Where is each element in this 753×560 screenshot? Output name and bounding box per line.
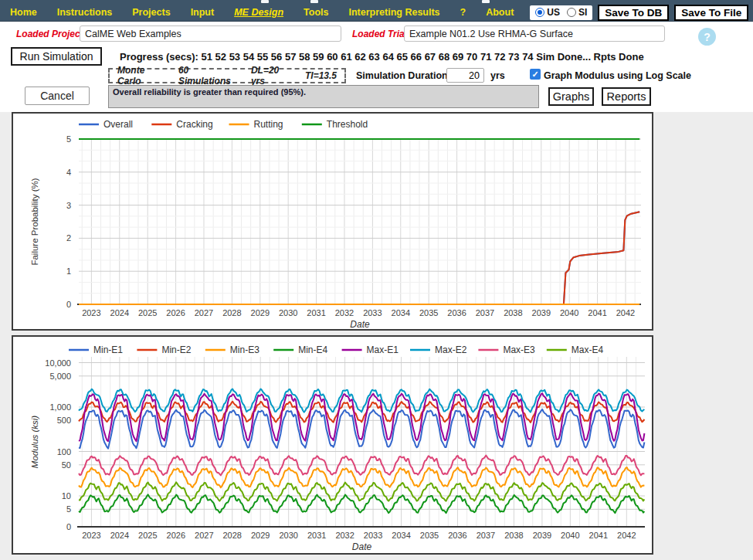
- svg-text:Max-E1: Max-E1: [367, 344, 399, 355]
- svg-text:10: 10: [62, 491, 71, 501]
- svg-text:2023: 2023: [82, 308, 100, 317]
- svg-text:Min-E4: Min-E4: [298, 344, 327, 355]
- svg-text:500: 500: [57, 416, 71, 425]
- svg-text:2035: 2035: [419, 308, 438, 317]
- nav-instructions[interactable]: Instructions: [47, 7, 123, 18]
- svg-text:2029: 2029: [251, 531, 270, 540]
- nav-projects[interactable]: Projects: [122, 7, 180, 18]
- graphs-button[interactable]: Graphs: [548, 87, 594, 106]
- simulation-duration-units: yrs: [490, 70, 505, 81]
- svg-text:0: 0: [66, 300, 71, 309]
- svg-text:Max-E3: Max-E3: [503, 344, 535, 355]
- simulation-duration-label: Simulation Duration: [356, 70, 448, 81]
- svg-text:2026: 2026: [167, 531, 185, 540]
- mc-mode: Monte Carlo: [117, 65, 158, 87]
- nav-about[interactable]: About: [476, 7, 524, 18]
- svg-text:2041: 2041: [588, 308, 606, 317]
- svg-text:Cracking: Cracking: [176, 119, 212, 130]
- svg-text:2031: 2031: [307, 308, 325, 317]
- nav-help[interactable]: ?: [450, 7, 477, 18]
- svg-text:2024: 2024: [110, 308, 129, 317]
- svg-text:2042: 2042: [617, 531, 636, 540]
- loaded-project-input[interactable]: [80, 25, 341, 42]
- radio-us-dot[interactable]: [535, 8, 544, 17]
- nav-tools[interactable]: Tools: [293, 7, 338, 18]
- svg-text:2028: 2028: [222, 308, 241, 317]
- radio-si-dot[interactable]: [567, 8, 576, 17]
- svg-text:2042: 2042: [616, 308, 635, 317]
- svg-text:2041: 2041: [589, 531, 608, 540]
- nav-home[interactable]: Home: [0, 7, 47, 18]
- svg-text:Rutting: Rutting: [254, 119, 283, 130]
- svg-text:50: 50: [62, 460, 71, 470]
- svg-text:2027: 2027: [195, 308, 213, 317]
- loaded-trial-input[interactable]: [404, 25, 665, 42]
- main-navbar: Home Instructions Projects Input ME Desi…: [0, 4, 753, 22]
- radio-si[interactable]: SI: [567, 7, 587, 18]
- svg-text:5,000: 5,000: [49, 372, 71, 381]
- svg-text:2030: 2030: [279, 531, 297, 540]
- svg-text:Min-E2: Min-E2: [161, 344, 191, 355]
- svg-text:2032: 2032: [335, 531, 354, 540]
- svg-text:Failure Probability (%): Failure Probability (%): [30, 178, 39, 265]
- svg-text:4: 4: [66, 168, 71, 177]
- svg-text:2025: 2025: [138, 308, 157, 317]
- svg-text:10,000: 10,000: [45, 358, 71, 368]
- svg-text:2032: 2032: [335, 308, 354, 317]
- svg-text:Overall: Overall: [103, 119, 133, 130]
- units-toggle: US SI: [530, 5, 592, 20]
- run-simulation-button[interactable]: Run Simulation: [11, 47, 102, 66]
- reliability-status-box: Overall reliability is greater than requ…: [108, 85, 539, 108]
- calme-app: Home Instructions Projects Input ME Desi…: [0, 0, 753, 560]
- simulation-duration-input[interactable]: [446, 68, 484, 83]
- cancel-button[interactable]: Cancel: [25, 87, 90, 105]
- svg-text:2026: 2026: [166, 308, 185, 317]
- svg-text:2039: 2039: [533, 531, 551, 540]
- svg-text:2038: 2038: [504, 531, 523, 540]
- radio-us[interactable]: US: [535, 7, 560, 18]
- mc-design-life: DL=20 yrs: [251, 65, 285, 87]
- svg-text:Max-E2: Max-E2: [435, 344, 467, 355]
- svg-text:2034: 2034: [392, 308, 410, 317]
- svg-text:5: 5: [66, 134, 71, 144]
- svg-text:Date: Date: [350, 319, 370, 329]
- svg-text:Threshold: Threshold: [327, 119, 368, 130]
- svg-text:Date: Date: [352, 541, 372, 552]
- modulus-chart-svg: 10,0005,0001,000500100501050202320242025…: [13, 337, 652, 553]
- svg-text:2037: 2037: [477, 531, 495, 540]
- svg-text:2023: 2023: [82, 531, 100, 540]
- svg-text:1,000: 1,000: [49, 402, 71, 412]
- log-scale-checkbox[interactable]: [530, 69, 541, 80]
- svg-text:2030: 2030: [279, 308, 297, 317]
- svg-text:2034: 2034: [392, 531, 410, 540]
- svg-text:Modulus (ksi): Modulus (ksi): [30, 416, 39, 469]
- nav-interpreting-results[interactable]: Interpreting Results: [338, 7, 449, 18]
- radio-si-label: SI: [578, 7, 587, 18]
- monte-carlo-summary: Monte Carlo 60 Simulations DL=20 yrs TI=…: [108, 68, 346, 83]
- nav-me-design[interactable]: ME Design: [224, 7, 293, 18]
- failure-probability-chart: 0123452023202420252026202720282029203020…: [12, 112, 653, 331]
- svg-text:100: 100: [57, 447, 71, 456]
- title-fragment: [482, 0, 490, 3]
- nav-input[interactable]: Input: [181, 7, 225, 18]
- svg-text:2033: 2033: [363, 308, 382, 317]
- progress-text: Progress (secs): 51 52 53 54 55 56 57 58…: [120, 51, 644, 63]
- radio-us-label: US: [547, 7, 560, 18]
- svg-text:2035: 2035: [420, 531, 439, 540]
- reports-button[interactable]: Reports: [602, 87, 651, 106]
- svg-text:2036: 2036: [447, 308, 466, 317]
- svg-text:2029: 2029: [251, 308, 270, 317]
- svg-text:2036: 2036: [448, 531, 466, 540]
- help-icon[interactable]: ?: [698, 28, 716, 46]
- failure-probability-chart-svg: 0123452023202420252026202720282029203020…: [13, 114, 652, 329]
- save-to-db-button[interactable]: Save To DB: [598, 5, 669, 21]
- svg-text:2040: 2040: [560, 308, 578, 317]
- title-fragment: [261, 0, 269, 3]
- modulus-chart: 10,0005,0001,000500100501050202320242025…: [12, 335, 653, 555]
- svg-text:3: 3: [66, 201, 71, 210]
- save-to-file-button[interactable]: Save To File: [674, 5, 748, 21]
- svg-text:2038: 2038: [504, 308, 522, 317]
- loaded-project-label: Loaded Project:: [16, 29, 86, 39]
- svg-text:2040: 2040: [561, 531, 579, 540]
- svg-text:2027: 2027: [195, 531, 213, 540]
